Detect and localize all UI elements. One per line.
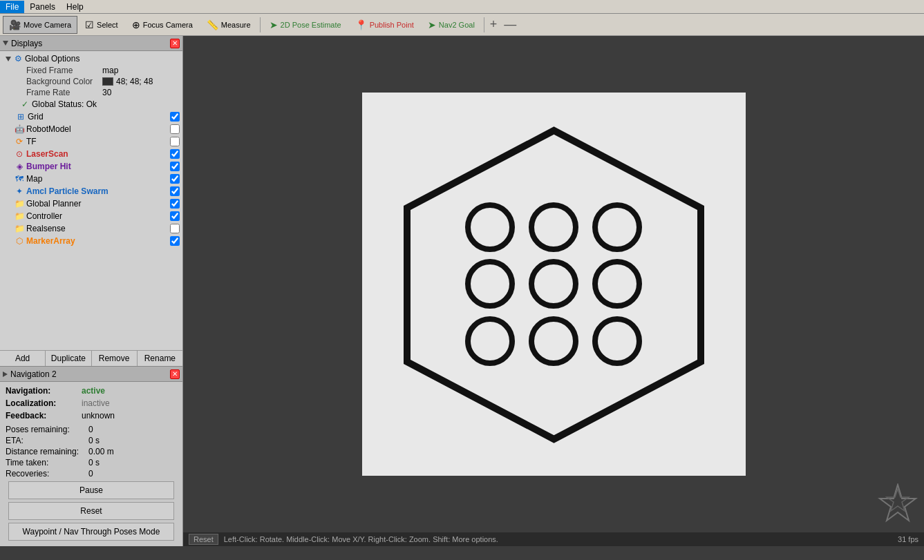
displays-section: Displays ✕ ⚙ Global Options Fixed Frame … [0,36,182,366]
marker-checkbox[interactable] [170,236,180,246]
status-reset-button[interactable]: Reset [189,534,218,545]
publish-point-button[interactable]: 📍 Publish Point [349,16,420,34]
nav2-close-button[interactable]: ✕ [170,369,180,379]
grid-icon: ⊞ [15,111,26,122]
move-camera-button[interactable]: 🎥 Move Camera [3,16,77,34]
nav2-goal-button[interactable]: ➤ Nav2 Goal [422,16,481,34]
waypoint-button[interactable]: Waypoint / Nav Through Poses Mode [8,523,174,541]
main-layout: Displays ✕ ⚙ Global Options Fixed Frame … [0,36,924,546]
circle-3-1 [468,319,512,363]
background-color-swatch[interactable] [102,77,113,86]
display-item-global-planner[interactable]: 📁 Global Planner [1,197,181,210]
menu-file[interactable]: File [0,1,24,13]
nav2-poses-value: 0 [88,425,93,434]
displays-header: Displays ✕ [0,36,182,51]
duplicate-button[interactable]: Duplicate [46,351,91,366]
pose-estimate-button[interactable]: ➤ 2D Pose Estimate [263,16,348,34]
nav2-header: Navigation 2 ✕ [0,367,182,382]
display-item-tf[interactable]: ⟳ TF [1,135,181,148]
display-item-marker-array[interactable]: ⬡ MarkerArray [1,235,181,247]
planner-checkbox[interactable] [170,199,180,209]
status-fps: 31 fps [898,535,918,543]
laser-checkbox[interactable] [170,149,180,159]
display-item-amcl[interactable]: ✦ Amcl Particle Swarm [1,185,181,197]
nav2-feedback-label: Feedback: [6,411,82,421]
display-item-map[interactable]: 🗺 Map [1,173,181,185]
global-status-icon: ✓ [19,99,30,110]
menubar: File Panels Help [0,0,924,14]
controller-label: Controller [26,211,170,221]
map-checkbox[interactable] [170,174,180,184]
laser-label: LaserScan [26,149,170,159]
focus-camera-button[interactable]: ⊕ Focus Camera [126,16,199,34]
grid-checkbox[interactable] [170,112,180,122]
displays-collapse-arrow[interactable] [3,41,8,46]
pose-estimate-icon: ➤ [270,19,278,30]
display-item-robot-model[interactable]: 🤖 RobotModel [1,123,181,135]
menu-panels[interactable]: Panels [24,1,61,13]
circle-1-2 [531,205,576,249]
rename-button[interactable]: Rename [138,351,182,366]
global-options-expand[interactable] [6,57,11,61]
circle-2-2 [531,262,576,306]
display-item-global-options[interactable]: ⚙ Global Options [1,52,181,65]
nav2-navigation-value: active [82,386,105,396]
add-button[interactable]: Add [0,351,46,366]
select-button[interactable]: ☑ Select [79,16,124,34]
circle-3-2 [531,319,576,363]
menu-help[interactable]: Help [61,1,89,13]
status-hint-text: Left-Click: Rotate. Middle-Click: Move X… [224,535,498,543]
nav2-distance-row: Distance remaining: 0.00 m [6,447,177,456]
realsense-checkbox[interactable] [170,224,180,233]
toolbar-remove-button[interactable]: — [501,17,519,32]
displays-title: Displays [3,39,42,48]
focus-camera-icon: ⊕ [132,19,140,30]
bumper-icon: ◈ [14,161,25,172]
background-color-value: 48; 48; 48 [102,77,180,86]
nav2-feedback-value: unknown [82,411,115,421]
robot-icon: 🤖 [14,124,25,135]
nav2-time-label: Time taken: [6,458,88,467]
prop-fixed-frame: Fixed Frame map [1,65,181,76]
bumper-checkbox[interactable] [170,162,180,171]
nav2-eta-value: 0 s [88,436,100,445]
global-status-label: Global Status: Ok [32,99,180,109]
pause-button[interactable]: Pause [8,481,174,499]
display-item-global-status[interactable]: ✓ Global Status: Ok [1,98,181,110]
hexagon-shape [407,131,701,439]
fixed-frame-value: map [102,66,180,75]
reset-nav-button[interactable]: Reset [8,502,174,520]
fixed-frame-label: Fixed Frame [26,66,102,75]
display-item-grid[interactable]: ⊞ Grid [1,110,181,123]
controller-checkbox[interactable] [170,211,180,221]
nav2-stats: Poses remaining: 0 ETA: 0 s Distance rem… [6,425,177,479]
robot-checkbox[interactable] [170,124,180,134]
circle-2-3 [595,262,639,306]
toolbar: 🎥 Move Camera ☑ Select ⊕ Focus Camera 📏 … [0,14,924,36]
laser-icon: ⊙ [14,148,25,160]
prop-background-color: Background Color 48; 48; 48 [1,76,181,87]
display-item-controller[interactable]: 📁 Controller [1,210,181,222]
rviz-logo [877,483,918,527]
viewport: Reset Left-Click: Rotate. Middle-Click: … [183,36,924,546]
remove-button[interactable]: Remove [92,351,138,366]
nav2-collapse-arrow[interactable] [3,371,8,377]
tf-checkbox[interactable] [170,137,180,146]
measure-button[interactable]: 📏 Measure [200,16,257,34]
nav2-title: Navigation 2 [3,369,57,379]
amcl-checkbox[interactable] [170,186,180,196]
display-item-bumper-hit[interactable]: ◈ Bumper Hit [1,160,181,173]
frame-rate-label: Frame Rate [26,88,102,97]
robot-label: RobotModel [26,124,170,134]
displays-close-button[interactable]: ✕ [170,39,180,48]
nav2-localization-label: Localization: [6,398,82,408]
nav2-distance-value: 0.00 m [88,447,114,456]
realsense-label: Realsense [26,224,170,233]
nav2-recoveries-value: 0 [88,469,93,479]
toolbar-add-button[interactable]: + [487,17,500,32]
display-item-laser-scan[interactable]: ⊙ LaserScan [1,148,181,160]
visualization-svg [362,93,746,476]
background-color-label: Background Color [26,77,102,86]
left-panel: Displays ✕ ⚙ Global Options Fixed Frame … [0,36,183,546]
display-item-realsense[interactable]: 📁 Realsense [1,222,181,235]
